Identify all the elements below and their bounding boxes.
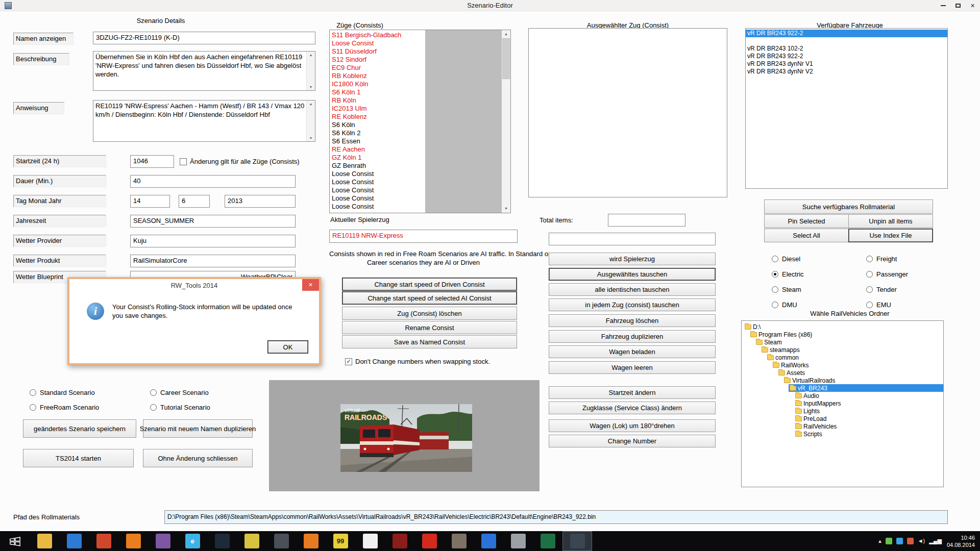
adobe-icon[interactable]: [385, 531, 414, 551]
vehicle-item[interactable]: vR DR BR243 dynNr V2: [746, 68, 947, 76]
tree-folder[interactable]: Assets: [777, 369, 943, 377]
dialog-ok-button[interactable]: OK: [267, 340, 308, 354]
notepad-icon[interactable]: [355, 531, 385, 551]
total-items-input[interactable]: [608, 214, 685, 227]
consist-item[interactable]: IC1800 Köln: [330, 80, 425, 88]
swap-action-button[interactable]: in jedem Zug (consist) tauschen: [549, 298, 716, 311]
player-train-input[interactable]: RE10119 NRW-Express: [329, 230, 518, 243]
vehicle-category-radio[interactable]: Diesel: [772, 255, 866, 263]
selected-consist-list[interactable]: [528, 28, 727, 197]
steam-icon[interactable]: [207, 531, 237, 551]
swap-action-button[interactable]: Fahrzeug löschen: [549, 314, 716, 327]
consist-item[interactable]: GZ Benrath: [330, 162, 425, 170]
dont-change-numbers-checkbox[interactable]: ✓ Don't Change numbers when swapping sto…: [345, 358, 490, 365]
consist-action-button[interactable]: Change start speed of selected AI Consis…: [342, 291, 517, 305]
vehicle-category-radio[interactable]: Electric: [772, 270, 866, 278]
edit-action-button[interactable]: Zugklasse (Service Class) ändern: [549, 402, 716, 414]
swap-action-button[interactable]: Ausgewähltes tauschen: [549, 268, 716, 281]
scenario-type-radio[interactable]: Standard Scenario: [30, 389, 150, 396]
update-icon[interactable]: [896, 538, 903, 544]
consist-item[interactable]: S6 Köln: [330, 121, 425, 129]
instruction-scrollbar[interactable]: ▲ ▼: [306, 101, 315, 141]
description-input[interactable]: Übernehmen Sie in Köln Hbf den aus Aache…: [93, 51, 315, 91]
instruction-input[interactable]: RE10119 'NRW-Espress' Aachen - Hamm (Wes…: [93, 100, 315, 142]
tree-folder[interactable]: D:\: [744, 323, 943, 331]
close-no-change-button[interactable]: Ohne Änderung schliessen: [143, 449, 253, 467]
apply-all-checkbox[interactable]: Änderung gilt für alle Züge (Consists): [180, 158, 300, 165]
dialog-close-button[interactable]: ×: [302, 279, 319, 291]
tree-folder[interactable]: InputMappers: [794, 399, 943, 407]
pin-selected-button[interactable]: Pin Selected: [764, 214, 849, 228]
vehicle-item[interactable]: [746, 37, 947, 45]
vlc-icon[interactable]: [118, 531, 148, 551]
vehicle-item[interactable]: vR DR BR243 dynNr V1: [746, 60, 947, 68]
tree-folder[interactable]: Scripts: [794, 430, 943, 438]
day-input[interactable]: 14: [130, 195, 170, 208]
bahn99-icon[interactable]: 99: [326, 531, 355, 551]
tree-folder[interactable]: PreLoad: [794, 415, 943, 422]
edit-action-button[interactable]: Wagen (Lok) um 180°drehen: [549, 419, 716, 432]
start-button[interactable]: [0, 531, 30, 551]
vehicles-list[interactable]: vR DR BR243 922-2 vR DR BR243 102-2vR DR…: [745, 28, 948, 189]
network-icon[interactable]: ▂▄▆: [929, 538, 942, 544]
vehicle-item[interactable]: vR DR BR243 102-2: [746, 45, 947, 53]
taskbar-clock[interactable]: 10:46 04.08.2014: [947, 534, 975, 548]
office-icon[interactable]: [89, 531, 118, 551]
duration-input[interactable]: 40: [130, 175, 296, 188]
internet-explorer-icon[interactable]: e: [178, 531, 207, 551]
firefox-icon[interactable]: [296, 531, 326, 551]
vehicle-category-radio[interactable]: Steam: [772, 286, 866, 293]
tree-folder[interactable]: RailVehicles: [794, 422, 943, 430]
swap-action-button[interactable]: wird Spielerzug: [549, 253, 716, 265]
swap-action-button[interactable]: Fahrzeug duplizieren: [549, 330, 716, 343]
tree-folder[interactable]: vR_BR243: [789, 384, 943, 392]
stock-path-input[interactable]: D:\Program Files (x86)\Steam\SteamApps\c…: [164, 510, 948, 524]
rw-tools-icon[interactable]: [562, 531, 592, 551]
consist-action-button[interactable]: Zug (Consist) löschen: [342, 307, 517, 320]
consist-item[interactable]: EC9 Chur: [330, 64, 425, 72]
swap-action-button[interactable]: Wagen leeren: [549, 361, 716, 374]
tree-folder[interactable]: Steam: [755, 338, 943, 346]
swap-action-button[interactable]: Wagen beladen: [549, 345, 716, 358]
consist-item[interactable]: S6 Essen: [330, 137, 425, 145]
close-button[interactable]: ×: [965, 0, 980, 11]
vehicle-item[interactable]: vR DR BR243 922-2: [746, 30, 947, 37]
description-scrollbar[interactable]: ▲ ▼: [306, 52, 315, 90]
consist-item[interactable]: IC2013 Ulm: [330, 105, 425, 113]
pdf-icon[interactable]: [414, 531, 444, 551]
folder-tree[interactable]: D:\Program Files (x86)Steamsteamappscomm…: [741, 320, 944, 487]
month-input[interactable]: 6: [179, 195, 210, 208]
teamviewer-icon[interactable]: [474, 531, 503, 551]
consist-item[interactable]: Loose Consist: [330, 186, 425, 194]
start-ts2014-button[interactable]: TS2014 starten: [23, 449, 134, 467]
hidden-icons-chevron[interactable]: ▴: [878, 538, 881, 544]
tree-folder[interactable]: Program Files (x86): [749, 331, 943, 338]
scrollbar-thumb[interactable]: [502, 38, 510, 79]
vehicle-category-radio[interactable]: Freight: [866, 255, 948, 263]
consist-filter-input[interactable]: [549, 233, 716, 245]
consist-item[interactable]: GZ Köln 1: [330, 154, 425, 162]
volume-icon[interactable]: ◄): [918, 538, 925, 544]
tree-folder[interactable]: RailWorks: [772, 361, 943, 369]
consist-item[interactable]: S11 Düsseldorf: [330, 47, 425, 56]
consist-item[interactable]: RB Koblenz: [330, 72, 425, 80]
edit-action-button[interactable]: Change Number: [549, 435, 716, 447]
keepass-icon[interactable]: [237, 531, 266, 551]
vehicle-category-radio[interactable]: Passenger: [866, 270, 948, 278]
select-all-button[interactable]: Select All: [764, 229, 849, 242]
consist-item[interactable]: S6 Köln 2: [330, 129, 425, 137]
calculator-icon[interactable]: [503, 531, 533, 551]
consist-item[interactable]: Loose Consist: [330, 39, 425, 47]
name-input[interactable]: 3DZUG-FZ2-RE10119 (K-D): [93, 32, 315, 44]
tree-folder[interactable]: common: [766, 354, 943, 361]
consists-list[interactable]: S11 Bergisch-GladbachLoose ConsistS11 Dü…: [329, 30, 511, 213]
vehicle-category-radio[interactable]: EMU: [866, 301, 948, 309]
tree-folder[interactable]: steamapps: [761, 346, 943, 354]
year-input[interactable]: 2013: [225, 195, 296, 208]
consist-item[interactable]: Loose Consist: [330, 170, 425, 178]
consist-action-button[interactable]: Rename Consist: [342, 321, 517, 334]
season-input[interactable]: SEASON_SUMMER: [130, 215, 296, 228]
consist-item[interactable]: RB Köln: [330, 96, 425, 105]
train-simulator-icon[interactable]: [266, 531, 296, 551]
swap-action-button[interactable]: alle identischen tauschen: [549, 283, 716, 296]
